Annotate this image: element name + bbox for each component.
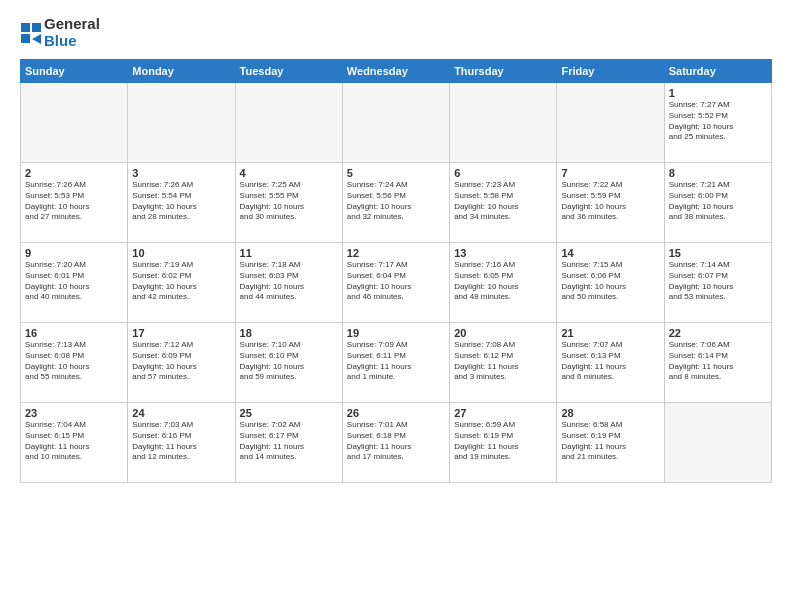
day-number: 22 [669,327,767,339]
calendar-cell: 7Sunrise: 7:22 AM Sunset: 5:59 PM Daylig… [557,163,664,243]
day-info: Sunrise: 7:18 AM Sunset: 6:03 PM Dayligh… [240,260,338,303]
day-number: 15 [669,247,767,259]
day-number: 4 [240,167,338,179]
calendar-cell: 2Sunrise: 7:26 AM Sunset: 5:53 PM Daylig… [21,163,128,243]
day-number: 2 [25,167,123,179]
day-info: Sunrise: 7:17 AM Sunset: 6:04 PM Dayligh… [347,260,445,303]
day-info: Sunrise: 7:26 AM Sunset: 5:53 PM Dayligh… [25,180,123,223]
calendar-cell: 5Sunrise: 7:24 AM Sunset: 5:56 PM Daylig… [342,163,449,243]
day-number: 25 [240,407,338,419]
calendar-header-row: SundayMondayTuesdayWednesdayThursdayFrid… [21,60,772,83]
page: General Blue SundayMondayTuesdayWednesda… [0,0,792,612]
calendar-cell: 6Sunrise: 7:23 AM Sunset: 5:58 PM Daylig… [450,163,557,243]
day-info: Sunrise: 7:22 AM Sunset: 5:59 PM Dayligh… [561,180,659,223]
col-header-sunday: Sunday [21,60,128,83]
calendar-cell: 27Sunrise: 6:59 AM Sunset: 6:19 PM Dayli… [450,403,557,483]
calendar-cell: 23Sunrise: 7:04 AM Sunset: 6:15 PM Dayli… [21,403,128,483]
day-number: 8 [669,167,767,179]
svg-rect-1 [32,23,41,32]
day-info: Sunrise: 7:23 AM Sunset: 5:58 PM Dayligh… [454,180,552,223]
day-number: 1 [669,87,767,99]
calendar-cell: 28Sunrise: 6:58 AM Sunset: 6:19 PM Dayli… [557,403,664,483]
day-number: 23 [25,407,123,419]
day-number: 9 [25,247,123,259]
day-info: Sunrise: 7:27 AM Sunset: 5:52 PM Dayligh… [669,100,767,143]
calendar-cell: 17Sunrise: 7:12 AM Sunset: 6:09 PM Dayli… [128,323,235,403]
col-header-thursday: Thursday [450,60,557,83]
calendar-week-0: 1Sunrise: 7:27 AM Sunset: 5:52 PM Daylig… [21,83,772,163]
day-info: Sunrise: 7:02 AM Sunset: 6:17 PM Dayligh… [240,420,338,463]
day-number: 6 [454,167,552,179]
logo-general: General [44,16,100,33]
day-info: Sunrise: 7:10 AM Sunset: 6:10 PM Dayligh… [240,340,338,383]
col-header-saturday: Saturday [664,60,771,83]
day-number: 13 [454,247,552,259]
day-info: Sunrise: 7:09 AM Sunset: 6:11 PM Dayligh… [347,340,445,383]
logo-blue: Blue [44,33,100,50]
day-number: 19 [347,327,445,339]
col-header-friday: Friday [557,60,664,83]
day-number: 27 [454,407,552,419]
calendar-cell [342,83,449,163]
day-number: 5 [347,167,445,179]
day-info: Sunrise: 7:04 AM Sunset: 6:15 PM Dayligh… [25,420,123,463]
day-info: Sunrise: 6:59 AM Sunset: 6:19 PM Dayligh… [454,420,552,463]
day-number: 18 [240,327,338,339]
calendar-cell: 24Sunrise: 7:03 AM Sunset: 6:16 PM Dayli… [128,403,235,483]
col-header-wednesday: Wednesday [342,60,449,83]
calendar-cell [128,83,235,163]
day-number: 3 [132,167,230,179]
calendar-cell: 21Sunrise: 7:07 AM Sunset: 6:13 PM Dayli… [557,323,664,403]
logo: General Blue [20,16,100,49]
calendar-cell [235,83,342,163]
day-number: 26 [347,407,445,419]
calendar-cell: 26Sunrise: 7:01 AM Sunset: 6:18 PM Dayli… [342,403,449,483]
calendar-week-2: 9Sunrise: 7:20 AM Sunset: 6:01 PM Daylig… [21,243,772,323]
day-number: 12 [347,247,445,259]
calendar-cell: 16Sunrise: 7:13 AM Sunset: 6:08 PM Dayli… [21,323,128,403]
day-info: Sunrise: 7:03 AM Sunset: 6:16 PM Dayligh… [132,420,230,463]
day-number: 10 [132,247,230,259]
day-info: Sunrise: 7:20 AM Sunset: 6:01 PM Dayligh… [25,260,123,303]
day-number: 21 [561,327,659,339]
calendar-week-4: 23Sunrise: 7:04 AM Sunset: 6:15 PM Dayli… [21,403,772,483]
calendar-cell: 14Sunrise: 7:15 AM Sunset: 6:06 PM Dayli… [557,243,664,323]
day-info: Sunrise: 7:01 AM Sunset: 6:18 PM Dayligh… [347,420,445,463]
calendar-cell: 13Sunrise: 7:16 AM Sunset: 6:05 PM Dayli… [450,243,557,323]
day-info: Sunrise: 7:24 AM Sunset: 5:56 PM Dayligh… [347,180,445,223]
day-info: Sunrise: 7:06 AM Sunset: 6:14 PM Dayligh… [669,340,767,383]
day-info: Sunrise: 7:21 AM Sunset: 6:00 PM Dayligh… [669,180,767,223]
calendar-cell: 25Sunrise: 7:02 AM Sunset: 6:17 PM Dayli… [235,403,342,483]
calendar-week-1: 2Sunrise: 7:26 AM Sunset: 5:53 PM Daylig… [21,163,772,243]
day-info: Sunrise: 7:07 AM Sunset: 6:13 PM Dayligh… [561,340,659,383]
day-number: 24 [132,407,230,419]
header: General Blue [20,16,772,49]
day-info: Sunrise: 7:25 AM Sunset: 5:55 PM Dayligh… [240,180,338,223]
col-header-tuesday: Tuesday [235,60,342,83]
calendar-cell: 10Sunrise: 7:19 AM Sunset: 6:02 PM Dayli… [128,243,235,323]
calendar-cell [557,83,664,163]
day-info: Sunrise: 6:58 AM Sunset: 6:19 PM Dayligh… [561,420,659,463]
col-header-monday: Monday [128,60,235,83]
svg-rect-2 [21,34,30,43]
day-info: Sunrise: 7:08 AM Sunset: 6:12 PM Dayligh… [454,340,552,383]
svg-marker-3 [32,34,41,44]
day-number: 14 [561,247,659,259]
calendar-cell: 8Sunrise: 7:21 AM Sunset: 6:00 PM Daylig… [664,163,771,243]
day-info: Sunrise: 7:26 AM Sunset: 5:54 PM Dayligh… [132,180,230,223]
day-number: 7 [561,167,659,179]
calendar-cell: 9Sunrise: 7:20 AM Sunset: 6:01 PM Daylig… [21,243,128,323]
svg-rect-0 [21,23,30,32]
logo-icon [20,22,42,44]
day-number: 28 [561,407,659,419]
calendar-cell: 4Sunrise: 7:25 AM Sunset: 5:55 PM Daylig… [235,163,342,243]
day-number: 20 [454,327,552,339]
calendar-cell: 18Sunrise: 7:10 AM Sunset: 6:10 PM Dayli… [235,323,342,403]
day-info: Sunrise: 7:14 AM Sunset: 6:07 PM Dayligh… [669,260,767,303]
day-info: Sunrise: 7:16 AM Sunset: 6:05 PM Dayligh… [454,260,552,303]
calendar: SundayMondayTuesdayWednesdayThursdayFrid… [20,59,772,483]
day-number: 16 [25,327,123,339]
calendar-cell: 20Sunrise: 7:08 AM Sunset: 6:12 PM Dayli… [450,323,557,403]
day-info: Sunrise: 7:19 AM Sunset: 6:02 PM Dayligh… [132,260,230,303]
calendar-cell: 3Sunrise: 7:26 AM Sunset: 5:54 PM Daylig… [128,163,235,243]
